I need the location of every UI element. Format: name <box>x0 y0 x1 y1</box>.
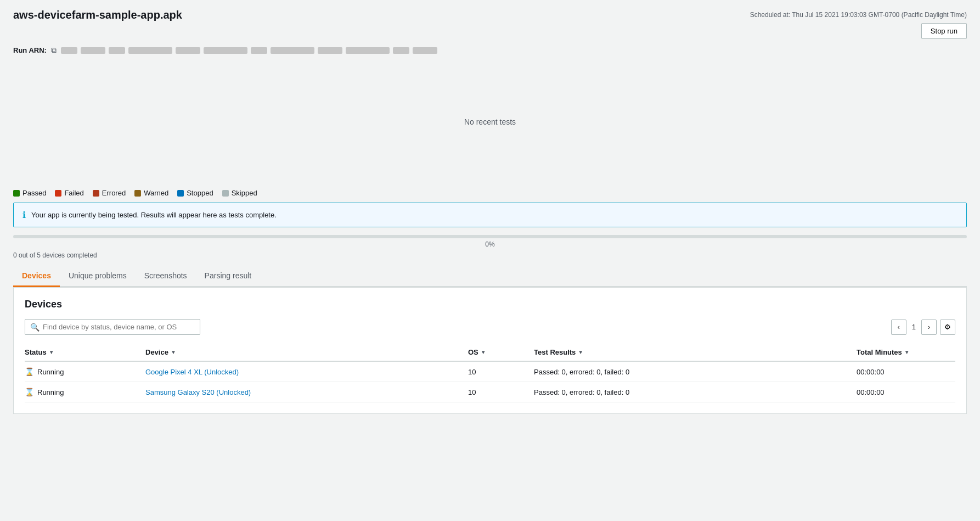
progress-percent: 0% <box>13 240 967 248</box>
passed-label: Passed <box>22 189 46 197</box>
legend-skipped: Skipped <box>222 189 257 197</box>
tabs-row: Devices Unique problems Screenshots Pars… <box>13 266 967 287</box>
tab-parsing-result[interactable]: Parsing result <box>196 266 261 287</box>
arn-block-6 <box>204 47 247 54</box>
failed-dot <box>55 190 61 197</box>
search-pagination-row: 🔍 ‹ 1 › ⚙ <box>25 319 955 335</box>
legend-passed: Passed <box>13 189 46 197</box>
page-title: aws-devicefarm-sample-app.apk <box>13 9 182 21</box>
pagination-row: ‹ 1 › ⚙ <box>891 320 955 335</box>
stopped-dot <box>177 190 184 197</box>
top-header: aws-devicefarm-sample-app.apk Scheduled … <box>13 9 967 39</box>
arn-block-2 <box>81 47 105 54</box>
th-status-sort-icon[interactable]: ▼ <box>49 349 54 355</box>
td-device-0: Google Pixel 4 XL (Unlocked) <box>145 368 468 376</box>
warned-label: Warned <box>144 189 168 197</box>
arn-block-5 <box>176 47 200 54</box>
table-row: ⌛ Running Samsung Galaxy S20 (Unlocked) … <box>25 382 955 402</box>
th-os: OS ▼ <box>468 348 534 356</box>
info-banner: ℹ Your app is currently being tested. Re… <box>13 203 967 227</box>
arn-block-12 <box>413 47 437 54</box>
th-device: Device ▼ <box>145 348 468 356</box>
info-icon: ℹ <box>22 210 26 220</box>
legend-failed: Failed <box>55 189 83 197</box>
stop-run-button[interactable]: Stop run <box>921 23 967 39</box>
info-banner-text: Your app is currently being tested. Resu… <box>31 211 277 219</box>
page-wrapper: aws-devicefarm-sample-app.apk Scheduled … <box>0 0 980 521</box>
scheduled-at: Scheduled at: Thu Jul 15 2021 19:03:03 G… <box>750 11 967 19</box>
table-header: Status ▼ Device ▼ OS ▼ Test Results ▼ To… <box>25 344 955 362</box>
td-device-1: Samsung Galaxy S20 (Unlocked) <box>145 388 468 396</box>
th-status-label: Status <box>25 348 47 356</box>
no-tests-message: No recent tests <box>464 117 516 126</box>
current-page: 1 <box>910 323 918 331</box>
th-status: Status ▼ <box>25 348 145 356</box>
status-running-1: ⌛ Running <box>25 388 145 396</box>
td-os-1: 10 <box>468 388 534 396</box>
legend-stopped: Stopped <box>177 189 213 197</box>
skipped-label: Skipped <box>232 189 257 197</box>
arn-block-10 <box>346 47 390 54</box>
th-total-minutes-label: Total Minutes <box>857 348 902 356</box>
th-total-minutes: Total Minutes ▼ <box>857 348 955 356</box>
tab-unique-problems[interactable]: Unique problems <box>60 266 136 287</box>
skipped-dot <box>222 190 229 197</box>
arn-block-11 <box>393 47 409 54</box>
th-os-sort-icon[interactable]: ▼ <box>481 349 486 355</box>
search-icon: 🔍 <box>30 323 40 332</box>
th-test-results: Test Results ▼ <box>534 348 857 356</box>
running-icon-0: ⌛ <box>25 367 34 376</box>
arn-redacted <box>61 47 437 54</box>
next-page-button[interactable]: › <box>921 320 937 335</box>
status-label-1: Running <box>37 388 64 396</box>
no-tests-area: No recent tests <box>13 61 967 182</box>
search-input[interactable] <box>25 319 200 335</box>
td-total-minutes-0: 00:00:00 <box>857 368 955 376</box>
tab-screenshots[interactable]: Screenshots <box>136 266 196 287</box>
td-os-0: 10 <box>468 368 534 376</box>
failed-label: Failed <box>64 189 83 197</box>
copy-icon[interactable]: ⧉ <box>51 46 57 55</box>
device-link-0[interactable]: Google Pixel 4 XL (Unlocked) <box>145 368 239 376</box>
table-settings-button[interactable]: ⚙ <box>940 320 955 335</box>
arn-block-8 <box>271 47 314 54</box>
devices-section-title: Devices <box>25 299 955 310</box>
search-wrapper: 🔍 <box>25 319 200 335</box>
td-test-results-0: Passed: 0, errored: 0, failed: 0 <box>534 368 857 376</box>
td-status-0: ⌛ Running <box>25 367 145 376</box>
run-arn-label: Run ARN: <box>13 46 47 54</box>
arn-block-7 <box>251 47 267 54</box>
warned-dot <box>134 190 141 197</box>
legend-warned: Warned <box>134 189 168 197</box>
table-row: ⌛ Running Google Pixel 4 XL (Unlocked) 1… <box>25 362 955 382</box>
passed-dot <box>13 190 20 197</box>
th-device-sort-icon[interactable]: ▼ <box>171 349 176 355</box>
running-icon-1: ⌛ <box>25 388 34 396</box>
legend-row: Passed Failed Errored Warned Stopped Ski… <box>13 189 967 197</box>
th-test-results-label: Test Results <box>534 348 576 356</box>
status-running-0: ⌛ Running <box>25 367 145 376</box>
devices-section: Devices 🔍 ‹ 1 › ⚙ Status ▼ Device ▼ <box>13 287 967 414</box>
tab-devices[interactable]: Devices <box>13 266 60 287</box>
device-link-1[interactable]: Samsung Galaxy S20 (Unlocked) <box>145 388 251 396</box>
td-total-minutes-1: 00:00:00 <box>857 388 955 396</box>
run-arn-row: Run ARN: ⧉ <box>13 46 967 55</box>
th-device-label: Device <box>145 348 168 356</box>
devices-completed: 0 out of 5 devices completed <box>13 251 967 259</box>
arn-block-3 <box>109 47 125 54</box>
th-total-minutes-sort-icon[interactable]: ▼ <box>904 349 910 355</box>
errored-label: Errored <box>102 189 126 197</box>
progress-bar-wrapper <box>13 235 967 238</box>
td-test-results-1: Passed: 0, errored: 0, failed: 0 <box>534 388 857 396</box>
th-os-label: OS <box>468 348 478 356</box>
arn-block-1 <box>61 47 77 54</box>
th-test-results-sort-icon[interactable]: ▼ <box>578 349 583 355</box>
errored-dot <box>93 190 99 197</box>
arn-block-4 <box>128 47 172 54</box>
stopped-label: Stopped <box>187 189 213 197</box>
status-label-0: Running <box>37 368 64 376</box>
legend-errored: Errored <box>93 189 126 197</box>
prev-page-button[interactable]: ‹ <box>891 320 906 335</box>
progress-area: 0% <box>13 235 967 248</box>
arn-block-9 <box>318 47 342 54</box>
